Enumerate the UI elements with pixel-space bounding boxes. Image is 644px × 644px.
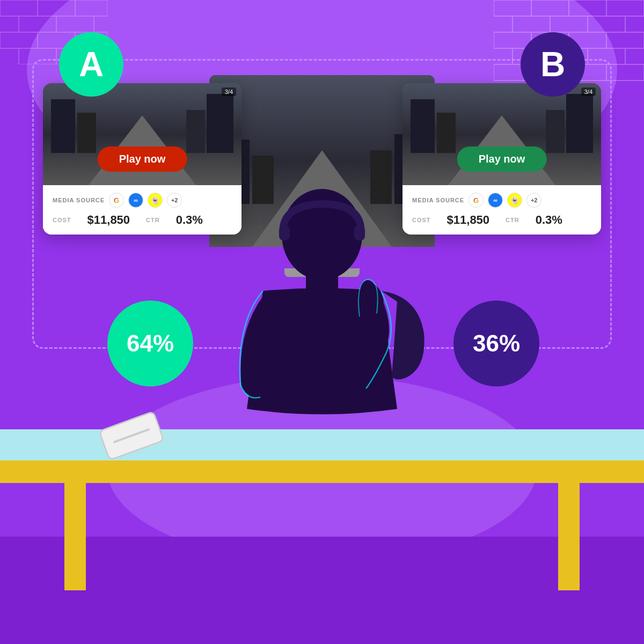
meta-inf-a: ∞ <box>134 197 138 203</box>
ad-building-a-1 <box>51 99 75 153</box>
svg-rect-19 <box>38 0 75 16</box>
google-icon-b: G <box>469 193 484 208</box>
label-b-circle: B <box>521 32 585 97</box>
google-g-a: G <box>114 196 119 204</box>
svg-rect-3 <box>606 0 644 16</box>
ad-building-b-3 <box>566 94 593 153</box>
ad-card-b: 3/4 Play now MEDIA SOURCE G ∞ 👻 +2 COST … <box>402 83 601 235</box>
svg-rect-20 <box>75 0 107 16</box>
media-source-label-a: MEDIA SOURCE <box>53 197 105 203</box>
label-a-text: A <box>79 45 104 84</box>
svg-rect-6 <box>588 16 625 32</box>
ctr-value-a: 0.3% <box>176 213 203 227</box>
phone-screen-line <box>113 428 150 444</box>
cost-value-a: $11,850 <box>87 213 130 227</box>
play-now-button-b[interactable]: Play now <box>457 147 547 172</box>
ad-card-a: 3/4 Play now MEDIA SOURCE G ∞ 👻 +2 COST <box>43 83 241 235</box>
svg-rect-43 <box>306 269 338 291</box>
plus-label-a: +2 <box>171 197 178 203</box>
svg-rect-44 <box>279 225 290 240</box>
svg-rect-5 <box>550 16 588 32</box>
ad-counter-a: 3/4 <box>222 87 236 96</box>
svg-rect-21 <box>19 16 56 32</box>
pct-circle-b: 36% <box>453 301 539 386</box>
cost-label-b: COST <box>412 217 431 223</box>
ad-video-b: 3/4 Play now <box>402 83 601 185</box>
ad-building-b-1 <box>411 99 435 153</box>
cost-label-a: COST <box>53 217 71 223</box>
svg-rect-22 <box>56 16 94 32</box>
play-now-button-a[interactable]: Play now <box>98 147 187 172</box>
ctr-label-a: CTR <box>146 217 160 223</box>
google-g-b: G <box>473 196 479 204</box>
plus-icon-a: +2 <box>167 193 182 208</box>
ad-media-row-a: MEDIA SOURCE G ∞ 👻 +2 <box>53 193 232 208</box>
svg-rect-10 <box>606 32 644 48</box>
pct-b-value: 36% <box>473 330 520 357</box>
meta-icon-b: ∞ <box>488 193 503 208</box>
pct-a-value: 64% <box>127 330 174 357</box>
svg-rect-2 <box>569 0 606 16</box>
svg-rect-18 <box>0 0 38 16</box>
ad-counter-b: 3/4 <box>581 87 596 96</box>
snap-ghost-b: 👻 <box>510 196 519 204</box>
snap-icon-b: 👻 <box>507 193 522 208</box>
ad-media-row-b: MEDIA SOURCE G ∞ 👻 +2 <box>412 193 591 208</box>
snap-ghost-a: 👻 <box>151 196 159 204</box>
desk-leg-left <box>64 478 86 590</box>
ad-info-a: MEDIA SOURCE G ∞ 👻 +2 COST $11,850 CTR 0… <box>43 185 241 235</box>
label-b-text: B <box>540 45 565 84</box>
ctr-label-b: CTR <box>506 217 519 223</box>
svg-rect-45 <box>354 225 365 240</box>
plus-icon-b: +2 <box>526 193 541 208</box>
ctr-value-b: 0.3% <box>536 213 562 227</box>
ad-metrics-b: COST $11,850 CTR 0.3% <box>412 213 591 227</box>
ad-video-a: 3/4 Play now <box>43 83 241 185</box>
svg-rect-4 <box>513 16 550 32</box>
desk-leg-right <box>558 478 580 590</box>
svg-rect-0 <box>494 0 531 16</box>
pct-circle-a: 64% <box>107 301 193 386</box>
meta-inf-b: ∞ <box>493 197 497 203</box>
cost-value-b: $11,850 <box>447 213 490 227</box>
floor <box>0 537 644 644</box>
meta-icon-a: ∞ <box>128 193 143 208</box>
ad-building-a-3 <box>207 94 233 153</box>
google-icon-a: G <box>109 193 124 208</box>
snap-icon-a: 👻 <box>148 193 163 208</box>
label-a-circle: A <box>59 32 123 97</box>
svg-rect-1 <box>531 0 569 16</box>
media-source-label-b: MEDIA SOURCE <box>412 197 464 203</box>
plus-label-b: +2 <box>531 197 538 203</box>
svg-rect-23 <box>0 32 38 48</box>
ad-info-b: MEDIA SOURCE G ∞ 👻 +2 COST $11,850 CTR 0… <box>402 185 601 235</box>
svg-rect-17 <box>606 64 644 80</box>
ad-metrics-a: COST $11,850 CTR 0.3% <box>53 213 232 227</box>
